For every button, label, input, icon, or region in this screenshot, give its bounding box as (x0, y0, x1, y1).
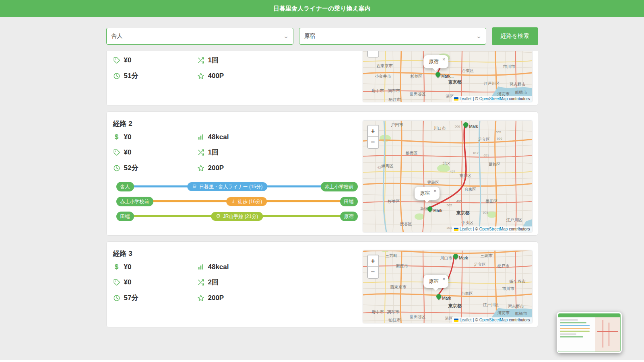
map-district-label: 杉並区 (411, 74, 423, 79)
zoom-out-button[interactable]: − (368, 137, 378, 148)
route-map[interactable]: + − 原宿 × Leaflet | © OpenStreetMap (363, 251, 532, 323)
map-district-label: 足立区 (474, 262, 486, 267)
to-station-select[interactable]: 原宿 ⌄ (299, 28, 486, 45)
osm-link[interactable]: OpenStreetMap (479, 97, 508, 101)
map-district-label: 北区 (443, 161, 451, 167)
map-district-label: 狛江市 (389, 97, 401, 102)
app-header: 日暮里舎人ライナーの乗り換え案内 (0, 0, 644, 17)
popup-close-button[interactable]: × (442, 276, 446, 282)
map-marker[interactable]: Mark (436, 294, 451, 300)
map-pin-icon (435, 293, 442, 300)
map-zoom-control: + − (367, 255, 379, 279)
chevron-down-icon: ⌄ (283, 34, 289, 39)
leaflet-link[interactable]: Leaflet (460, 97, 472, 101)
search-routes-button[interactable]: 経路を検索 (492, 27, 538, 45)
map-marker[interactable]: Mark (453, 254, 468, 260)
popup-close-button[interactable]: × (433, 188, 437, 193)
osm-link[interactable]: OpenStreetMap (479, 318, 508, 322)
map-district-label: 台東区 (462, 68, 474, 74)
map-district-label: 東京都 (456, 210, 470, 216)
map-district-label: 江戸川区 (483, 302, 499, 308)
map-district-label: 市川市 (503, 64, 515, 70)
fare-stat: $ ¥0 (113, 263, 197, 271)
fare-discount-stat: ¥0 (113, 56, 197, 65)
map-zoom-control: + − (367, 51, 379, 58)
points-stat: 400P (197, 71, 355, 80)
map-district-label: 豊島区 (427, 180, 440, 185)
map-district-label: 三郷市 (481, 253, 493, 259)
osm-link[interactable]: OpenStreetMap (479, 227, 508, 231)
map-district-label: 台東区 (464, 187, 477, 192)
map-marker-label: Mark (469, 124, 478, 129)
zoom-in-button[interactable]: + (368, 255, 378, 267)
star-icon (197, 72, 204, 80)
shuffle-icon (197, 279, 204, 286)
route-card-2: 経路 2 $ ¥0 48kcal ¥0 (106, 111, 538, 236)
station-pill: 赤土小学校前 (116, 197, 153, 206)
segment-line: JR山手線 (21分) (131, 215, 343, 217)
map-district-label: 西東京市 (377, 63, 393, 69)
map-marker-label: Mark... (442, 74, 454, 78)
map-pin-icon (462, 121, 469, 128)
ukraine-flag-icon (454, 228, 458, 231)
walk-icon (231, 199, 235, 204)
tag-icon (113, 57, 120, 64)
screenshot-preview-thumbnail[interactable] (557, 312, 622, 353)
route-search-form: 舎人 ⌄ 原宿 ⌄ 経路を検索 (106, 27, 538, 45)
map-district-label: 小金井市 (375, 74, 391, 79)
map-zoom-control: + − (367, 125, 379, 149)
map-district-label: 中央区 (462, 220, 474, 226)
route-diagram: 舎人 日暮里・舎人ライナー (15分) 赤土小学校前 赤土小学校前 (116, 179, 358, 224)
map-district-label: 西東京市 (390, 284, 407, 290)
thumbnail-map (595, 317, 620, 352)
clock-icon (113, 72, 120, 80)
popup-close-button[interactable]: × (442, 57, 446, 62)
route-map[interactable]: + − 原宿 × Leaflet | © OpenStreetMap (363, 121, 532, 232)
map-district-label: 川口市 (440, 255, 452, 261)
from-station-value: 舎人 (111, 33, 123, 40)
map-pin-icon (426, 206, 433, 212)
map-district-label: 調布市 (387, 309, 399, 315)
map-marker-label: Mark (433, 208, 442, 213)
zoom-in-button[interactable]: + (368, 125, 378, 137)
points-stat: 200P (197, 293, 355, 302)
segment-line: 日暮里・舎人ライナー (15分) (131, 185, 324, 187)
station-pill: 舎人 (116, 182, 134, 191)
shuffle-icon (197, 57, 204, 64)
segment-badge: 日暮里・舎人ライナー (15分) (187, 182, 268, 191)
map-marker[interactable]: Mark... (436, 72, 454, 78)
tag-icon (113, 279, 120, 286)
map-marker[interactable]: Mark (427, 206, 442, 213)
map-district-label: 松戸市 (497, 263, 510, 269)
points-stat: 200P (197, 163, 355, 173)
zoom-out-button[interactable]: − (368, 51, 378, 57)
page-background: 舎人 ⌄ 原宿 ⌄ 経路を検索 ¥0 1回 (0, 17, 644, 360)
from-station-select[interactable]: 舎人 ⌄ (106, 28, 293, 45)
station-pill: 原宿 (340, 212, 358, 221)
map-attribution: Leaflet | © OpenStreetMap contributors (452, 226, 532, 232)
transfers-stat: 1回 (197, 56, 355, 65)
thumbnail-header-bar (558, 314, 620, 317)
dollar-icon: $ (113, 133, 120, 141)
map-marker-label: Mark (442, 296, 451, 300)
leaflet-link[interactable]: Leaflet (460, 227, 472, 231)
zoom-out-button[interactable]: − (368, 267, 378, 278)
route-map[interactable]: + − 原宿 × Leaflet | © OpenStreetMap (363, 51, 532, 102)
map-district-label: 世田谷区 (410, 314, 426, 320)
map-district-label: 617 (473, 151, 479, 155)
bar-chart-icon (197, 263, 204, 271)
route-card-3: 経路 3 $ ¥0 48kcal ¥0 (106, 241, 538, 327)
river (383, 121, 386, 232)
map-district-label: 東京都 (448, 79, 462, 85)
map-marker[interactable]: Mark (463, 122, 478, 129)
map-district-label: 651 (484, 154, 489, 157)
chevron-down-icon: ⌄ (476, 34, 482, 39)
leaflet-link[interactable]: Leaflet (460, 318, 472, 322)
map-district-label: 台東区 (461, 291, 473, 296)
duration-stat: 51分 (113, 71, 197, 80)
segment-badge: JR山手線 (21分) (211, 212, 263, 221)
map-marker-label: Mark (459, 256, 468, 260)
clock-icon (113, 294, 120, 302)
calories-stat: 48kcal (197, 263, 355, 271)
map-pin-icon (452, 253, 459, 260)
